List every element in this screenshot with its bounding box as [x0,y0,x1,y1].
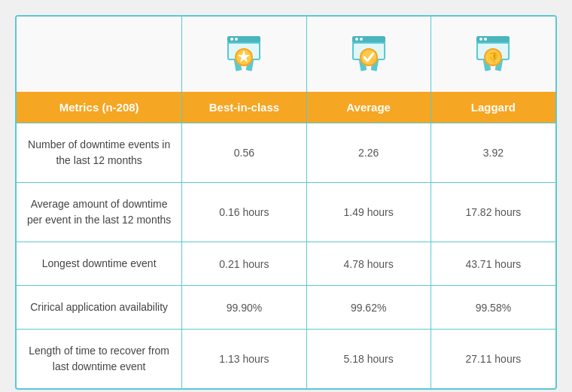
row-2-label: Longest downtime event [17,242,182,285]
gold-medal-icon [220,30,268,78]
row-0-best: 0.56 [182,123,306,182]
row-0-avg: 2.26 [307,123,431,182]
row-1-label: Average amount of downtime per event in … [17,183,182,242]
laggard-header: Laggard [431,92,555,123]
table-row: Length of time to recover from last down… [17,329,555,388]
metrics-header: Metrics (n-208) [17,92,182,123]
header-row: Metrics (n-208) Best-in-class Average La… [17,92,555,123]
row-2-laggard: 43.71 hours [431,242,555,285]
table-row: Number of downtime events in the last 12… [17,123,555,182]
svg-point-15 [355,38,358,41]
row-1-laggard: 17.82 hours [431,183,555,242]
row-3-label: Crirical application availability [17,286,182,329]
table-row: Average amount of downtime per event in … [17,182,555,242]
row-4-best: 1.13 hours [182,330,306,388]
row-3-best: 99.90% [182,286,306,329]
svg-point-16 [360,38,363,41]
table-row: Longest downtime event 0.21 hours 4.78 h… [17,242,555,285]
empty-icon-cell [17,17,182,92]
svg-point-5 [230,38,233,41]
best-in-class-header: Best-in-class [182,92,306,123]
row-2-best: 0.21 hours [182,242,306,285]
svg-point-6 [235,38,238,41]
row-3-avg: 99.62% [307,286,431,329]
svg-point-24 [479,38,482,41]
row-0-laggard: 3.92 [431,123,555,182]
table-row: Crirical application availability 99.90%… [17,285,555,329]
laggard-icon-cell: 👎 [431,17,555,92]
row-4-avg: 5.18 hours [307,330,431,388]
svg-text:👎: 👎 [487,51,500,64]
row-2-avg: 4.78 hours [307,242,431,285]
average-icon-cell [307,17,431,92]
comparison-table: 👎 Metrics (n-208) Best-in-class Average … [15,15,557,390]
best-in-class-icon-cell [182,17,306,92]
row-4-label: Length of time to recover from last down… [17,330,182,388]
row-1-avg: 1.49 hours [307,183,431,242]
icon-row: 👎 [17,17,555,92]
average-header: Average [307,92,431,123]
average-medal-icon [345,30,393,78]
row-4-laggard: 27.11 hours [431,330,555,388]
row-3-laggard: 99.58% [431,286,555,329]
svg-point-25 [484,38,487,41]
row-1-best: 0.16 hours [182,183,306,242]
row-0-label: Number of downtime events in the last 12… [17,123,182,182]
laggard-medal-icon: 👎 [469,30,517,78]
